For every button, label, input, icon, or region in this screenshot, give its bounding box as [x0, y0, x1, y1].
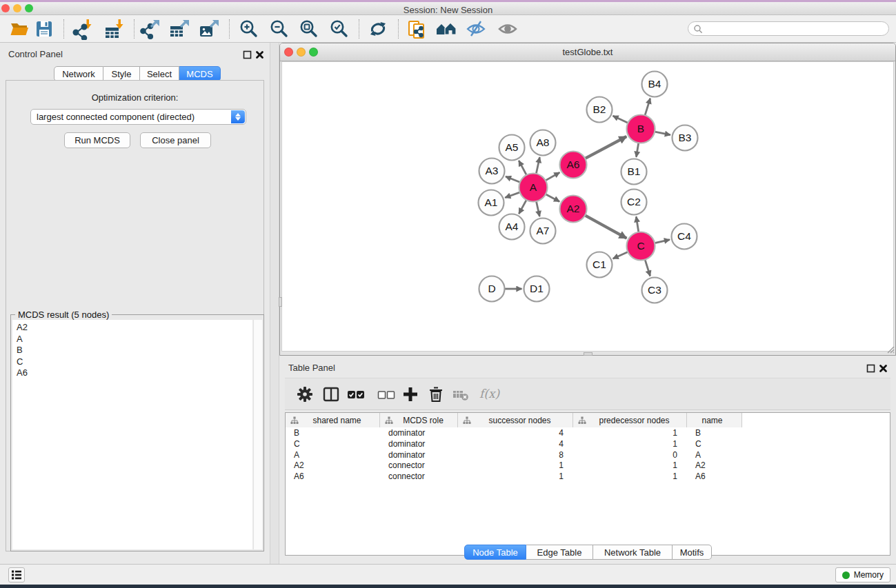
- table-cell[interactable]: A: [286, 450, 380, 461]
- table-row-A[interactable]: Adominator80A: [286, 450, 890, 461]
- close-panel-button[interactable]: Close panel: [140, 132, 211, 148]
- tab-edge-table[interactable]: Edge Table: [526, 545, 593, 560]
- node-C2[interactable]: C2: [621, 190, 647, 215]
- node-B1[interactable]: B1: [621, 159, 647, 185]
- delete-table-icon[interactable]: [452, 385, 470, 403]
- import-table-icon[interactable]: [103, 18, 126, 40]
- edge-C-C4[interactable]: [654, 240, 670, 243]
- tab-mcds[interactable]: MCDS: [179, 66, 221, 81]
- column-header-successor-nodes[interactable]: successor nodes: [458, 413, 573, 427]
- window-resize-grip[interactable]: [885, 344, 895, 354]
- table-cell[interactable]: 1: [573, 428, 687, 439]
- home-icon[interactable]: [435, 18, 457, 40]
- table-cell[interactable]: 0: [573, 450, 687, 461]
- table-cell[interactable]: 8: [458, 450, 573, 461]
- edge-B-B2[interactable]: [613, 116, 628, 123]
- edge-B-B4[interactable]: [645, 99, 650, 116]
- close-table-panel-icon[interactable]: [879, 364, 888, 373]
- edge-B-B1[interactable]: [636, 142, 638, 157]
- edge-C-C1[interactable]: [613, 252, 629, 258]
- table-cell[interactable]: A2: [687, 460, 742, 472]
- open-session-icon[interactable]: [8, 18, 30, 40]
- node-A5[interactable]: A5: [499, 135, 525, 161]
- edge-A-A7[interactable]: [536, 201, 539, 216]
- node-A[interactable]: A: [519, 174, 548, 202]
- table-row-B[interactable]: Bdominator41B: [286, 428, 890, 439]
- table-cell[interactable]: 1: [573, 460, 687, 472]
- tab-style[interactable]: Style: [103, 66, 140, 81]
- edge-A-A1[interactable]: [505, 192, 520, 198]
- new-network-from-file-icon[interactable]: [406, 18, 428, 40]
- node-A6[interactable]: A6: [560, 152, 587, 179]
- table-cell[interactable]: 1: [573, 472, 687, 483]
- node-C3[interactable]: C3: [642, 278, 668, 303]
- edge-A-A8[interactable]: [536, 157, 539, 174]
- result-list-item[interactable]: A2: [17, 322, 252, 334]
- save-session-icon[interactable]: [33, 18, 55, 40]
- node-A7[interactable]: A7: [530, 219, 556, 244]
- import-network-icon[interactable]: [72, 18, 94, 40]
- window-left-resize-handle[interactable]: [279, 297, 282, 307]
- clear-selection-icon[interactable]: [377, 385, 395, 403]
- task-history-button[interactable]: [8, 567, 25, 582]
- edge-A6-B[interactable]: [584, 136, 626, 159]
- zoom-fit-icon[interactable]: [298, 18, 320, 40]
- node-D1[interactable]: D1: [524, 276, 550, 302]
- edge-C-C2[interactable]: [636, 216, 639, 232]
- node-A4[interactable]: A4: [499, 214, 525, 240]
- table-cell[interactable]: connector: [380, 460, 458, 472]
- zoom-in-icon[interactable]: [238, 18, 260, 40]
- memory-button[interactable]: Memory: [835, 567, 890, 582]
- table-cell[interactable]: 4: [458, 428, 573, 439]
- table-cell[interactable]: dominator: [380, 450, 458, 461]
- function-builder-icon[interactable]: f(x): [479, 387, 499, 401]
- node-A1[interactable]: A1: [479, 190, 504, 216]
- result-list-scrollbar[interactable]: [253, 320, 262, 549]
- result-list-item[interactable]: A: [17, 334, 252, 345]
- table-cell[interactable]: dominator: [380, 428, 458, 439]
- table-cell[interactable]: C: [687, 439, 742, 450]
- table-cell[interactable]: A: [687, 450, 742, 461]
- show-columns-icon[interactable]: [322, 385, 340, 403]
- window-titlebar[interactable]: Session: New Session: [0, 2, 896, 15]
- network-window-titlebar[interactable]: testGlobe.txt: [280, 43, 895, 61]
- tab-node-table[interactable]: Node Table: [464, 545, 526, 560]
- tab-select[interactable]: Select: [140, 66, 179, 81]
- criterion-dropdown[interactable]: largest connected component (directed): [30, 109, 246, 125]
- panel-divider[interactable]: [270, 43, 279, 564]
- show-graphics-details-icon[interactable]: [497, 18, 519, 40]
- table-cell[interactable]: C: [286, 439, 380, 450]
- refresh-layout-icon[interactable]: [367, 18, 389, 40]
- zoom-selected-icon[interactable]: [328, 18, 350, 40]
- table-row-C[interactable]: Cdominator41C: [286, 439, 890, 450]
- column-header-predecessor-nodes[interactable]: predecessor nodes: [573, 413, 687, 427]
- result-list-item[interactable]: C: [17, 356, 252, 368]
- table-row-A2[interactable]: A2connector11A2: [286, 460, 890, 472]
- result-list-item[interactable]: A6: [17, 367, 252, 379]
- hide-graphics-details-icon[interactable]: [465, 18, 487, 40]
- edge-A-A6[interactable]: [545, 172, 559, 181]
- node-B4[interactable]: B4: [642, 72, 668, 97]
- table-cell[interactable]: connector: [380, 472, 458, 483]
- table-cell[interactable]: 4: [458, 439, 573, 450]
- table-cell[interactable]: A6: [687, 472, 742, 483]
- run-mcds-button[interactable]: Run MCDS: [64, 132, 130, 148]
- column-header-name[interactable]: name: [687, 413, 742, 427]
- table-cell[interactable]: 1: [458, 472, 573, 483]
- edge-A-A5[interactable]: [519, 161, 527, 176]
- edge-A-A2[interactable]: [545, 194, 559, 201]
- tab-motifs[interactable]: Motifs: [673, 545, 712, 560]
- node-A8[interactable]: A8: [530, 130, 556, 156]
- table-cell[interactable]: A6: [286, 472, 380, 483]
- column-header-MCDS-role[interactable]: MCDS role: [380, 413, 458, 427]
- network-canvas[interactable]: B4B2BB3A8A5A6A3B1AC2A1A2A4A7C4CC1DD1C3: [281, 61, 894, 352]
- search-field[interactable]: [688, 21, 889, 36]
- edge-B-B3[interactable]: [654, 132, 670, 135]
- node-B3[interactable]: B3: [673, 125, 698, 151]
- table-cell[interactable]: 1: [458, 460, 573, 472]
- node-B[interactable]: B: [627, 115, 655, 143]
- search-input[interactable]: [706, 23, 888, 34]
- window-bottom-resize-handle[interactable]: [584, 352, 593, 356]
- export-table-icon[interactable]: [168, 18, 190, 40]
- add-column-icon[interactable]: [401, 385, 419, 403]
